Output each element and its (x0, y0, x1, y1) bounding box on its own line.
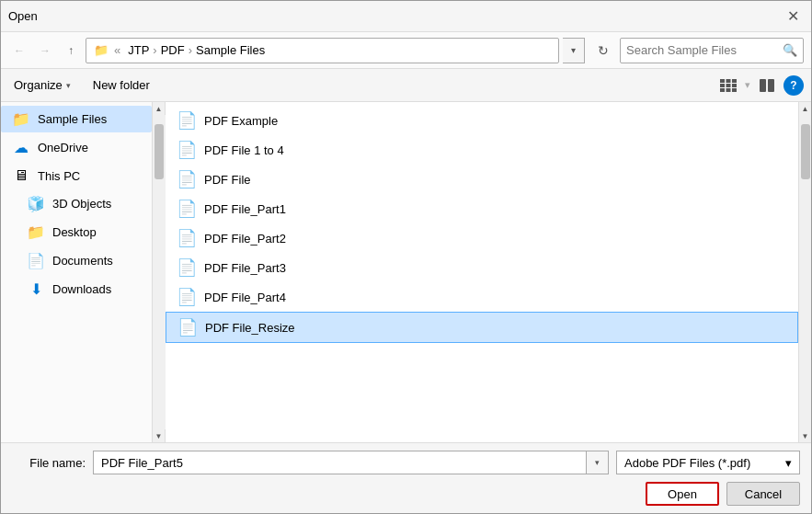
pdf-icon: 📄 (177, 317, 198, 337)
sidebar-item-this-pc[interactable]: 🖥 This PC (1, 163, 152, 188)
filetype-label: Adobe PDF Files (*.pdf) (624, 456, 750, 470)
scroll-thumb[interactable] (154, 124, 164, 179)
close-button[interactable]: ✕ (782, 6, 804, 28)
sidebar-item-sample-files[interactable]: 📁 Sample Files (1, 106, 152, 132)
scroll-track[interactable] (799, 115, 812, 429)
sidebar-scrollbar[interactable]: ▲ ▼ (153, 102, 166, 442)
svg-rect-5 (732, 84, 737, 87)
file-item-pdf-example[interactable]: 📄 PDF Example (166, 106, 798, 135)
filename-row: File name: ▾ Adobe PDF Files (*.pdf) ▾ (12, 451, 800, 474)
file-item-pdf-1to4[interactable]: 📄 PDF File 1 to 4 (166, 135, 798, 165)
svg-rect-4 (726, 84, 731, 87)
scroll-down-arrow[interactable]: ▼ (799, 429, 812, 442)
filename-input-container: ▾ (93, 451, 609, 474)
file-name: PDF File_Resize (205, 321, 295, 335)
pdf-icon: 📄 (177, 199, 197, 219)
sidebar-item-documents[interactable]: 📄 Documents (1, 247, 152, 274)
sidebar-item-label: 3D Objects (52, 197, 111, 211)
sidebar-item-desktop[interactable]: 📁 Desktop (1, 219, 152, 246)
file-item-pdf-part3[interactable]: 📄 PDF File_Part3 (166, 253, 798, 282)
grid-view-button[interactable] (715, 73, 741, 98)
back-button[interactable]: ← (8, 40, 30, 62)
up-button[interactable]: ↑ (60, 40, 82, 62)
svg-rect-7 (726, 88, 731, 92)
scroll-up-arrow[interactable]: ▲ (153, 102, 166, 115)
computer-icon: 🖥 (12, 167, 30, 184)
path-icon: 📁 (94, 43, 109, 57)
sidebar-item-label: Downloads (52, 282, 111, 296)
main-content: 📁 Sample Files ☁ OneDrive 🖥 This PC 🧊 3D… (1, 102, 811, 442)
folder-icon: 📁 (12, 110, 30, 128)
toolbar: Organize ▾ New folder ▾ (1, 69, 811, 102)
svg-rect-1 (726, 79, 731, 83)
filename-label: File name: (12, 456, 86, 470)
search-input[interactable] (626, 43, 783, 57)
title-bar: Open ✕ (1, 1, 811, 32)
sidebar-item-label: Desktop (52, 225, 97, 239)
filename-dropdown[interactable]: ▾ (586, 451, 608, 474)
pdf-icon: 📄 (177, 257, 197, 278)
svg-rect-8 (732, 88, 737, 92)
refresh-button[interactable]: ↻ (590, 38, 616, 63)
sidebar-item-label: Sample Files (38, 112, 107, 126)
path-sample-files: Sample Files (196, 43, 265, 57)
scroll-up-arrow[interactable]: ▲ (799, 102, 812, 115)
svg-rect-6 (720, 88, 725, 92)
file-name: PDF File_Part3 (204, 261, 286, 275)
file-list-scrollbar[interactable]: ▲ ▼ (798, 102, 811, 442)
onedrive-icon: ☁ (12, 139, 30, 156)
scroll-down-arrow[interactable]: ▼ (153, 429, 166, 442)
svg-rect-0 (720, 79, 725, 83)
sidebar-item-onedrive[interactable]: ☁ OneDrive (1, 134, 152, 161)
pdf-icon: 📄 (177, 287, 197, 307)
sidebar-item-label: Documents (52, 254, 113, 268)
address-bar: ← → ↑ 📁 « JTP › PDF › Sample Files ▾ ↻ 🔍 (1, 32, 811, 69)
organize-button[interactable]: Organize ▾ (8, 76, 76, 94)
forward-button[interactable]: → (34, 40, 56, 62)
open-button[interactable]: Open (646, 482, 719, 506)
file-name: PDF Example (204, 114, 278, 128)
address-path[interactable]: 📁 « JTP › PDF › Sample Files (86, 38, 559, 63)
file-name: PDF File_Part4 (204, 291, 286, 304)
search-icon[interactable]: 🔍 (783, 43, 797, 57)
scroll-thumb[interactable] (801, 124, 810, 179)
svg-rect-9 (760, 79, 766, 92)
cancel-button[interactable]: Cancel (726, 482, 800, 506)
address-dropdown-button[interactable]: ▾ (563, 38, 585, 63)
new-folder-label: New folder (93, 78, 150, 92)
file-item-pdf-resize[interactable]: 📄 PDF File_Resize (166, 312, 798, 343)
sidebar-item-downloads[interactable]: ⬇ Downloads (1, 276, 152, 303)
svg-rect-10 (768, 79, 774, 92)
documents-icon: 📄 (27, 252, 45, 269)
sidebar-item-3d-objects[interactable]: 🧊 3D Objects (1, 190, 152, 217)
file-item-pdf-file[interactable]: 📄 PDF File (166, 165, 798, 194)
sidebar-item-label: OneDrive (38, 141, 88, 154)
pdf-icon: 📄 (177, 140, 197, 160)
file-name: PDF File_Part1 (204, 202, 286, 216)
sidebar: 📁 Sample Files ☁ OneDrive 🖥 This PC 🧊 3D… (1, 102, 153, 442)
filetype-arrow: ▾ (785, 456, 792, 470)
file-list: 📄 PDF Example 📄 PDF File 1 to 4 📄 PDF Fi… (166, 102, 798, 442)
help-button[interactable]: ? (783, 75, 804, 96)
filename-input[interactable] (94, 456, 586, 470)
view-separator: ▾ (745, 79, 750, 91)
sidebar-item-label: This PC (38, 169, 80, 183)
file-item-pdf-part4[interactable]: 📄 PDF File_Part4 (166, 282, 798, 312)
path-separator: « (114, 43, 120, 57)
dialog-title: Open (8, 9, 38, 23)
file-item-pdf-part2[interactable]: 📄 PDF File_Part2 (166, 223, 798, 253)
pane-view-button[interactable] (754, 73, 780, 98)
file-name: PDF File (204, 173, 251, 187)
toolbar-right: ▾ ? (715, 73, 804, 98)
filetype-select[interactable]: Adobe PDF Files (*.pdf) ▾ (616, 451, 800, 474)
pdf-icon: 📄 (177, 169, 197, 189)
file-name: PDF File_Part2 (204, 232, 286, 246)
new-folder-button[interactable]: New folder (87, 76, 155, 94)
scroll-track[interactable] (153, 115, 166, 429)
organize-arrow: ▾ (66, 81, 71, 90)
downloads-icon: ⬇ (27, 280, 45, 298)
file-item-pdf-part1[interactable]: 📄 PDF File_Part1 (166, 194, 798, 223)
bottom-bar: File name: ▾ Adobe PDF Files (*.pdf) ▾ O… (1, 442, 811, 513)
path-jtp: JTP (128, 43, 149, 57)
buttons-row: Open Cancel (12, 482, 800, 506)
